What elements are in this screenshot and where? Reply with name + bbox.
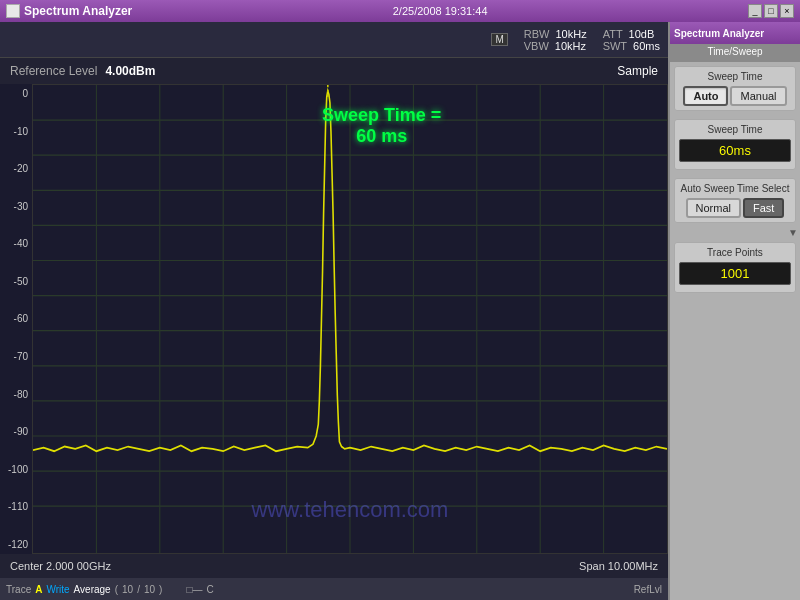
- span-freq: Span 10.00MHz: [579, 560, 658, 572]
- att-group: ATT 10dB SWT 60ms: [603, 28, 660, 52]
- y-axis-label: -80: [14, 389, 32, 400]
- right-panel-header: Spectrum Analyzer: [670, 22, 800, 44]
- spectrum-svg: [33, 85, 667, 553]
- trace-avg-label: Average: [74, 584, 111, 595]
- trace-points-title: Trace Points: [679, 247, 791, 258]
- trace-count-sep: /: [137, 584, 140, 595]
- trace-c: C: [206, 584, 213, 595]
- panel-title: Spectrum Analyzer: [674, 28, 764, 39]
- chart-wrapper: 0-10-20-30-40-50-60-70-80-90-100-110-120: [0, 84, 668, 554]
- trace-a-label: A: [35, 584, 42, 595]
- center-freq: Center 2.000 00GHz: [10, 560, 111, 572]
- sweep-time-value-section: Sweep Time 60ms: [674, 119, 796, 170]
- swt-value: 60ms: [633, 40, 660, 52]
- y-axis-label: -100: [8, 464, 32, 475]
- main-layout: M RBW 10kHz VBW 10kHz ATT 10dB SWT 6: [0, 22, 800, 600]
- sweep-time-section: Sweep Time Auto Manual: [674, 66, 796, 111]
- trace-count-close: ): [159, 584, 162, 595]
- app-icon: [6, 4, 20, 18]
- y-axis-label: -30: [14, 201, 32, 212]
- ref-label: Reference Level: [10, 64, 97, 78]
- datetime: 2/25/2008 19:31:44: [393, 5, 488, 17]
- auto-sweep-title: Auto Sweep Time Select: [679, 183, 791, 194]
- y-axis-label: 0: [22, 88, 32, 99]
- right-panel-subheader: Time/Sweep: [670, 44, 800, 62]
- vbw-value: 10kHz: [555, 40, 586, 52]
- auto-sweep-fast-button[interactable]: Fast: [743, 198, 784, 218]
- rbw-value: 10kHz: [555, 28, 586, 40]
- trace-write-label: Write: [46, 584, 69, 595]
- auto-sweep-section: Auto Sweep Time Select Normal Fast: [674, 178, 796, 223]
- vbw-label: VBW: [524, 40, 549, 52]
- sweep-time-value-title: Sweep Time: [679, 124, 791, 135]
- trace-extra: RefLvl: [634, 584, 662, 595]
- att-value: 10dB: [629, 28, 655, 40]
- y-axis-label: -90: [14, 426, 32, 437]
- trace-label: Trace: [6, 584, 31, 595]
- close-button[interactable]: ×: [780, 4, 794, 18]
- att-label: ATT: [603, 28, 623, 40]
- maximize-button[interactable]: □: [764, 4, 778, 18]
- trace-points-section: Trace Points 1001: [674, 242, 796, 293]
- sweep-line1: Sweep Time =: [322, 105, 441, 126]
- sample-label: Sample: [617, 64, 658, 78]
- y-axis-label: -10: [14, 126, 32, 137]
- freq-bar: Center 2.000 00GHz Span 10.00MHz: [0, 554, 668, 578]
- sweep-time-title: Sweep Time: [679, 71, 791, 82]
- rbw-group: RBW 10kHz VBW 10kHz: [524, 28, 587, 52]
- y-axis-label: -60: [14, 313, 32, 324]
- swt-label: SWT: [603, 40, 627, 52]
- m-badge: M: [491, 33, 507, 46]
- trace-bar: Trace A Write Average ( 10 / 10 ) □— C R…: [0, 578, 668, 600]
- title-bar: Spectrum Analyzer 2/25/2008 19:31:44 _ □…: [0, 0, 800, 22]
- right-panel: Spectrum Analyzer Time/Sweep Sweep Time …: [670, 22, 800, 600]
- y-axis-label: -40: [14, 238, 32, 249]
- sweep-line2: 60 ms: [322, 126, 441, 147]
- minimize-button[interactable]: _: [748, 4, 762, 18]
- sweep-time-auto-button[interactable]: Auto: [683, 86, 728, 106]
- ref-bar: Reference Level 4.00dBm Sample: [0, 58, 668, 84]
- ref-value: 4.00dBm: [105, 64, 155, 78]
- spectrum-area: M RBW 10kHz VBW 10kHz ATT 10dB SWT 6: [0, 22, 670, 600]
- scroll-arrow: ▼: [670, 227, 800, 238]
- y-axis-label: -120: [8, 539, 32, 550]
- y-axis-label: -20: [14, 163, 32, 174]
- rbw-label: RBW: [524, 28, 550, 40]
- sweep-time-value-box[interactable]: 60ms: [679, 139, 791, 162]
- auto-sweep-normal-button[interactable]: Normal: [686, 198, 741, 218]
- info-bar: M RBW 10kHz VBW 10kHz ATT 10dB SWT 6: [0, 22, 668, 58]
- y-axis-label: -110: [8, 501, 32, 512]
- trace-count: (: [115, 584, 118, 595]
- y-axis-label: -50: [14, 276, 32, 287]
- app-title: Spectrum Analyzer: [24, 4, 132, 18]
- sweep-annotation: Sweep Time = 60 ms: [322, 105, 441, 147]
- chart-canvas: Sweep Time = 60 ms www.tehencom.com: [32, 84, 668, 554]
- trace-points-value-box[interactable]: 1001: [679, 262, 791, 285]
- trace-count1: 10: [122, 584, 133, 595]
- sweep-time-manual-button[interactable]: Manual: [730, 86, 786, 106]
- y-axis-label: -70: [14, 351, 32, 362]
- y-axis: 0-10-20-30-40-50-60-70-80-90-100-110-120: [0, 84, 32, 554]
- window-controls: _ □ ×: [748, 4, 794, 18]
- trace-marker: □—: [186, 584, 202, 595]
- trace-count2: 10: [144, 584, 155, 595]
